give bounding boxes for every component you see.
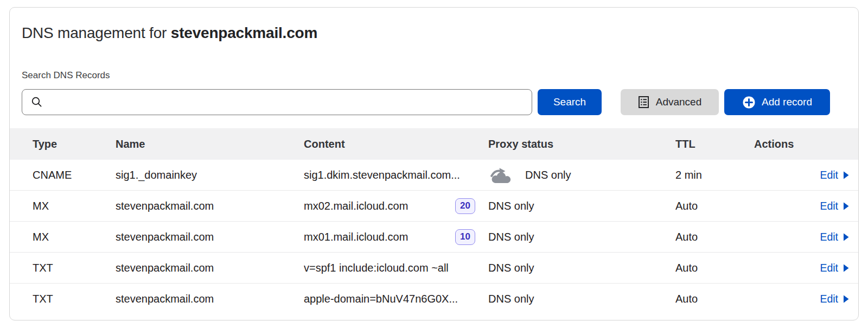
record-name: sig1._domainkey [116, 169, 304, 181]
table-row: MX stevenpackmail.com mx02.mail.icloud.c… [10, 190, 858, 221]
table-row: TXT stevenpackmail.com v=spf1 include:ic… [10, 252, 858, 283]
triangle-right-icon [843, 171, 850, 180]
edit-record-link[interactable]: Edit [820, 293, 850, 305]
table-row: TXT stevenpackmail.com apple-domain=bNuV… [10, 283, 858, 314]
triangle-right-icon [843, 263, 850, 273]
edit-link-label: Edit [820, 231, 838, 243]
search-input[interactable] [22, 89, 532, 115]
search-box [22, 89, 532, 115]
plus-circle-icon [742, 96, 762, 109]
dns-management-card: DNS management for stevenpackmail.com Se… [9, 7, 859, 320]
table-row: CNAME sig1._domainkey sig1.dkim.stevenpa… [10, 160, 858, 190]
mx-priority-badge: 10 [455, 229, 475, 245]
column-header-proxy-status: Proxy status [483, 138, 675, 150]
edit-record-link[interactable]: Edit [820, 262, 850, 274]
search-button[interactable]: Search [538, 89, 602, 115]
dns-records-table: Type Name Content Proxy status TTL Actio… [10, 128, 858, 314]
edit-link-label: Edit [820, 293, 838, 305]
proxy-status: DNS only [488, 293, 534, 305]
table-header-row: Type Name Content Proxy status TTL Actio… [10, 128, 858, 160]
record-content: v=spf1 include:icloud.com ~all [304, 262, 449, 274]
record-type: MX [33, 231, 116, 243]
column-header-type: Type [33, 138, 116, 150]
record-type: CNAME [33, 169, 116, 181]
table-row: MX stevenpackmail.com mx01.mail.icloud.c… [10, 221, 858, 252]
record-content: mx02.mail.icloud.com [304, 200, 408, 212]
record-type: TXT [33, 262, 116, 274]
advanced-button-label: Advanced [656, 96, 702, 108]
record-name: stevenpackmail.com [116, 262, 304, 274]
search-icon [31, 96, 43, 110]
record-ttl: Auto [675, 231, 754, 243]
search-toolbar: Search Advanced Add recor [22, 89, 830, 115]
record-type: MX [33, 200, 116, 212]
mx-priority-badge: 20 [455, 198, 475, 214]
edit-record-link[interactable]: Edit [820, 169, 850, 181]
add-record-button-label: Add record [762, 96, 812, 108]
record-type: TXT [33, 293, 116, 305]
triangle-right-icon [843, 232, 850, 242]
record-content: apple-domain=bNuV47n6G0X... [304, 293, 458, 305]
proxy-status: DNS only [488, 200, 534, 212]
proxy-status: DNS only [488, 231, 534, 243]
edit-record-link[interactable]: Edit [820, 231, 850, 243]
record-ttl: Auto [675, 262, 754, 274]
column-header-actions: Actions [754, 138, 850, 150]
zone-name: stevenpackmail.com [171, 24, 317, 41]
search-button-label: Search [553, 96, 586, 108]
edit-link-label: Edit [820, 169, 838, 181]
record-name: stevenpackmail.com [116, 293, 304, 305]
record-name: stevenpackmail.com [116, 200, 304, 212]
proxy-status: DNS only [525, 169, 571, 181]
advanced-button[interactable]: Advanced [621, 89, 719, 115]
edit-link-label: Edit [820, 262, 838, 274]
record-ttl: Auto [675, 200, 754, 212]
column-header-name: Name [116, 138, 304, 150]
edit-record-link[interactable]: Edit [820, 200, 850, 212]
proxy-status: DNS only [488, 262, 534, 274]
page-title-prefix: DNS management for [22, 24, 167, 41]
record-content: mx01.mail.icloud.com [304, 231, 408, 243]
document-list-icon [638, 96, 656, 109]
edit-link-label: Edit [820, 200, 838, 212]
record-content: sig1.dkim.stevenpackmail.com... [304, 169, 460, 181]
search-label: Search DNS Records [22, 70, 846, 81]
column-header-ttl: TTL [675, 138, 754, 150]
triangle-right-icon [843, 202, 850, 211]
record-ttl: 2 min [675, 169, 754, 181]
cloud-arrow-icon [488, 166, 513, 184]
triangle-right-icon [843, 294, 850, 304]
record-ttl: Auto [675, 293, 754, 305]
column-header-content: Content [304, 138, 483, 150]
add-record-button[interactable]: Add record [724, 89, 830, 115]
page-title: DNS management for stevenpackmail.com [22, 24, 846, 42]
record-name: stevenpackmail.com [116, 231, 304, 243]
